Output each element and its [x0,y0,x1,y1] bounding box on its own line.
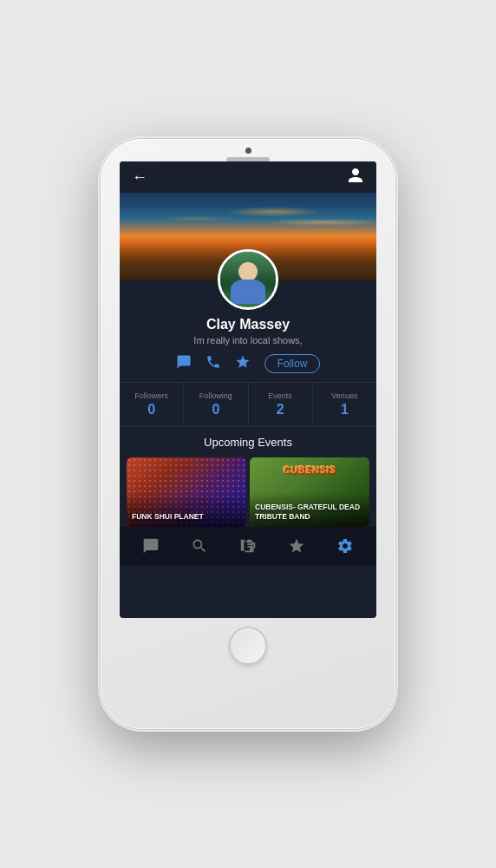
stat-events-label: Events [268,391,292,400]
phone-icon[interactable] [206,354,221,373]
phone-camera [245,148,251,154]
back-button[interactable]: ← [132,168,147,187]
nav-search[interactable] [184,530,215,562]
home-button[interactable] [229,627,267,665]
nav-settings[interactable] [330,530,361,562]
phone-shell: ← Clay Massey Im really into local shows… [101,139,395,729]
event-label-2: CUBENSIS- Grateful Dead Tribute Band [255,503,364,522]
avatar-image [220,252,276,307]
event-card-1[interactable]: FUNK SHUI PLANET [127,457,246,527]
events-title: Upcoming Events [120,427,376,457]
star-icon[interactable] [235,354,251,373]
stat-venues-value: 1 [341,402,349,418]
app-header: ← [120,161,376,193]
stat-followers-label: Followers [134,391,168,400]
phone-speaker [226,157,270,161]
stat-followers-value: 0 [147,402,155,418]
stat-following-value: 0 [212,402,219,418]
events-grid: FUNK SHUI PLANET CUBENSIS CUBENSIS- Grat… [120,457,376,527]
phone-wrapper: ← Clay Massey Im really into local shows… [101,139,395,729]
stat-venues-label: Venues [331,391,357,400]
stat-following-label: Following [199,391,232,400]
event-card-2[interactable]: CUBENSIS CUBENSIS- Grateful Dead Tribute… [250,457,369,527]
stat-following[interactable]: Following 0 [184,383,248,426]
profile-bio: Im really into local shows, [193,335,302,345]
avatar [218,249,278,310]
stat-events[interactable]: Events 2 [249,383,313,426]
stat-followers[interactable]: Followers 0 [120,383,184,426]
chat-icon[interactable] [176,354,192,373]
stat-events-value: 2 [277,402,284,418]
stats-row: Followers 0 Following 0 Events 2 Venues … [120,382,376,427]
phone-screen: ← Clay Massey Im really into local shows… [120,161,376,618]
profile-name: Clay Massey [206,317,290,332]
nav-star[interactable] [281,530,312,562]
profile-section: Clay Massey Im really into local shows, [120,279,376,382]
bottom-nav [120,527,376,565]
nav-chat[interactable] [135,530,166,562]
nav-handshake[interactable] [232,530,264,562]
profile-icon [347,167,364,188]
follow-button[interactable]: Follow [264,354,321,373]
profile-actions: Follow [176,354,321,373]
event-label-1: FUNK SHUI PLANET [132,512,241,522]
phone-top-bar [101,139,395,161]
events-section: Upcoming Events FUNK SHUI PLANET CUBENSI… [120,427,376,527]
stat-venues[interactable]: Venues 1 [313,383,376,426]
